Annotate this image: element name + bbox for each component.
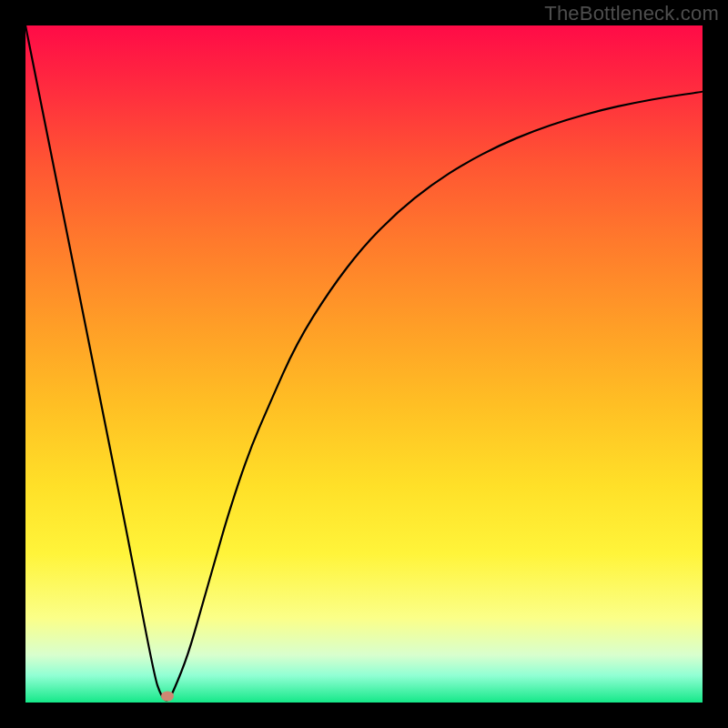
optimal-point-marker [161,691,174,701]
bottleneck-curve [25,25,703,703]
plot-area [25,25,703,703]
watermark-text: TheBottleneck.com [544,2,719,25]
chart-frame: TheBottleneck.com [0,0,728,728]
